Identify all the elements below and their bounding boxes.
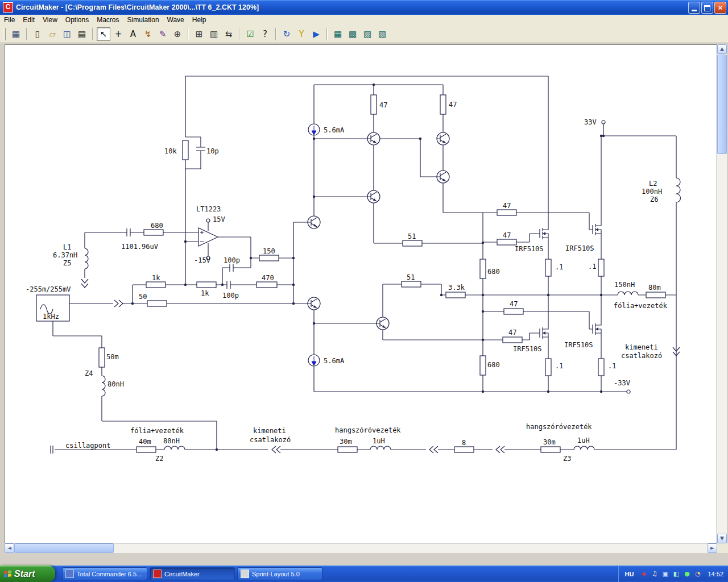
menu-file[interactable]: File bbox=[0, 15, 19, 24]
wire-tool-button[interactable]: + bbox=[111, 27, 125, 41]
taskbar-task[interactable]: CircuitMaker bbox=[150, 567, 235, 580]
component-label: 47 bbox=[503, 231, 511, 239]
reset-button[interactable]: ↻ bbox=[280, 27, 293, 41]
display-icon[interactable]: ▣ bbox=[661, 569, 669, 578]
probe-button[interactable]: Y bbox=[295, 27, 308, 41]
text-tool-button[interactable]: A bbox=[126, 27, 140, 41]
component-label: 3.3k bbox=[448, 284, 465, 292]
help-button[interactable]: ? bbox=[258, 27, 272, 41]
vertical-scroll-thumb[interactable] bbox=[717, 55, 727, 154]
component-label: 680 bbox=[487, 268, 500, 276]
task-label: Total Commander 6.5... bbox=[77, 571, 142, 577]
scroll-up-button[interactable]: ▲ bbox=[717, 44, 727, 54]
menu-wave[interactable]: Wave bbox=[163, 15, 188, 24]
component-label: 1k bbox=[201, 289, 209, 297]
windows-flag-icon bbox=[4, 570, 11, 577]
menu-options[interactable]: Options bbox=[61, 15, 93, 24]
schematic-labels: 47475.6mA33V10k10pL2100nHZ6LT122315V6801… bbox=[26, 101, 668, 463]
task-icon bbox=[241, 569, 249, 578]
horizontal-scrollbar[interactable]: ◄ ► bbox=[5, 543, 717, 553]
taskbar: Start Total Commander 6.5...CircuitMaker… bbox=[0, 566, 728, 582]
component-label: Z4 bbox=[85, 369, 93, 377]
component-label: csillagpont bbox=[65, 442, 110, 450]
digital-option-button[interactable]: ☑ bbox=[243, 27, 257, 41]
component-label: 100p bbox=[222, 292, 239, 300]
toolbar-separator bbox=[326, 28, 328, 40]
toolbar-separator bbox=[275, 28, 276, 40]
volume-icon[interactable]: ♫ bbox=[650, 569, 659, 578]
scrollbar-corner bbox=[717, 543, 728, 553]
scope-c-button[interactable]: ▨ bbox=[361, 27, 374, 41]
select-tool-button[interactable]: ↖ bbox=[97, 27, 110, 41]
component-label: 51 bbox=[408, 232, 416, 240]
zoom-page-button[interactable]: ⊞ bbox=[192, 27, 206, 41]
component-label: IRF510S bbox=[564, 341, 593, 349]
toolbar-separator bbox=[188, 28, 189, 40]
component-label: LT1223 bbox=[196, 205, 221, 213]
new-button[interactable]: ▯ bbox=[31, 27, 44, 41]
start-button[interactable]: Start bbox=[0, 566, 55, 582]
minimize-button[interactable] bbox=[688, 2, 700, 14]
component-label: 15V bbox=[213, 215, 225, 223]
menu-view[interactable]: View bbox=[39, 15, 61, 24]
component-label: 10p bbox=[206, 147, 219, 155]
antivirus-icon[interactable]: ◈ bbox=[639, 569, 648, 578]
taskbar-task[interactable]: Total Commander 6.5... bbox=[62, 567, 147, 580]
save-button[interactable]: ◫ bbox=[60, 27, 74, 41]
toolbar-separator bbox=[239, 28, 240, 40]
menu-help[interactable]: Help bbox=[188, 15, 210, 24]
lightning-tool-button[interactable]: ↯ bbox=[141, 27, 155, 41]
component-label: 80nH bbox=[107, 380, 124, 388]
component-label: .1 bbox=[608, 362, 616, 370]
scope-b-button[interactable]: ▩ bbox=[346, 27, 359, 41]
component-label: 150nH bbox=[614, 281, 635, 289]
scope-a-button[interactable]: ▦ bbox=[331, 27, 345, 41]
close-button[interactable]: × bbox=[714, 2, 726, 14]
menu-edit[interactable]: Edit bbox=[19, 15, 39, 24]
component-label: 33V bbox=[584, 118, 597, 126]
component-label: IRF510S bbox=[515, 245, 544, 253]
component-label: hangszóróvezeték bbox=[335, 426, 401, 434]
component-label: Z6 bbox=[650, 196, 658, 203]
update-icon[interactable]: ◔ bbox=[693, 569, 702, 578]
vertical-scrollbar[interactable]: ▲ ▼ bbox=[717, 44, 727, 543]
component-label: csatlakozó bbox=[621, 352, 662, 360]
task-list: Total Commander 6.5...CircuitMakerSprint… bbox=[62, 567, 322, 580]
menu-macros[interactable]: Macros bbox=[93, 15, 123, 24]
language-indicator[interactable]: HU bbox=[623, 569, 636, 579]
component-label: 80m bbox=[648, 284, 661, 292]
run-button[interactable]: ▶ bbox=[309, 27, 323, 41]
component-label: -33V bbox=[614, 379, 630, 387]
taskbar-task[interactable]: Sprint-Layout 5.0 bbox=[237, 567, 322, 580]
component-label: 50m bbox=[106, 353, 119, 361]
toolbar-separator bbox=[26, 28, 27, 40]
pen-tool-button[interactable]: ✎ bbox=[156, 27, 169, 41]
component-label: csatlakozó bbox=[250, 436, 291, 444]
copy-page-button[interactable]: ▥ bbox=[207, 27, 221, 41]
scroll-left-button[interactable]: ◄ bbox=[5, 543, 14, 553]
component-label: 10k bbox=[164, 147, 177, 155]
zoom-tool-button[interactable]: ⊕ bbox=[171, 27, 184, 41]
horizontal-scroll-thumb[interactable] bbox=[14, 543, 114, 553]
task-label: CircuitMaker bbox=[164, 571, 200, 577]
component-label: 680 bbox=[487, 361, 500, 369]
messenger-icon[interactable]: ● bbox=[682, 569, 691, 578]
open-button[interactable]: ▱ bbox=[46, 27, 59, 41]
network-icon[interactable]: ◧ bbox=[672, 569, 680, 578]
schematic-canvas[interactable]: 47475.6mA33V10k10pL2100nHZ6LT122315V6801… bbox=[5, 44, 717, 543]
component-label: 680 bbox=[151, 222, 163, 230]
maximize-button[interactable] bbox=[701, 2, 713, 14]
component-label: kimeneti bbox=[625, 343, 658, 351]
component-label: Z5 bbox=[63, 259, 71, 267]
split-view-button[interactable]: ⇆ bbox=[222, 27, 235, 41]
toolbar-handle[interactable] bbox=[3, 28, 6, 40]
scope-d-button[interactable]: ▧ bbox=[375, 27, 389, 41]
board-button[interactable]: ▦ bbox=[9, 27, 23, 41]
scroll-down-button[interactable]: ▼ bbox=[717, 534, 727, 543]
menu-simulation[interactable]: Simulation bbox=[123, 15, 163, 24]
scroll-right-button[interactable]: ► bbox=[708, 543, 717, 553]
print-button[interactable]: ▤ bbox=[75, 27, 89, 41]
component-label: L2 bbox=[649, 180, 657, 188]
component-label: L1 bbox=[63, 243, 71, 251]
system-tray: HU ◈♫▣◧●◔ 14:52 bbox=[618, 566, 728, 582]
